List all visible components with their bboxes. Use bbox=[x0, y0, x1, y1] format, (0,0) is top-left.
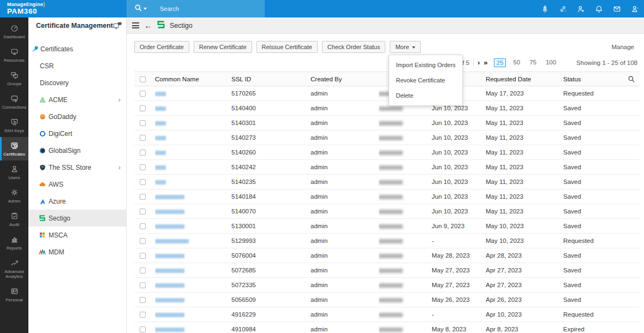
column-header-status[interactable]: Status bbox=[563, 72, 624, 86]
common-name-link-masked[interactable] bbox=[155, 313, 184, 317]
sub-sidebar-item-mdm[interactable]: MDM bbox=[28, 243, 126, 260]
row-checkbox[interactable] bbox=[140, 297, 146, 303]
menu-item-import-existing-orders[interactable]: Import Existing Orders bbox=[389, 57, 462, 73]
common-name-link-masked[interactable] bbox=[155, 195, 184, 199]
row-checkbox[interactable] bbox=[140, 312, 146, 318]
sidebar-item-reports[interactable]: Reports bbox=[0, 231, 28, 254]
row-checkbox[interactable] bbox=[140, 120, 146, 126]
sub-sidebar-item-aws[interactable]: AWS bbox=[28, 176, 126, 193]
column-header-common-name[interactable]: Common Name bbox=[155, 72, 231, 86]
common-name-link-masked[interactable] bbox=[155, 136, 166, 140]
sub-sidebar-item-godaddy[interactable]: GoDaddy bbox=[28, 108, 126, 125]
sidebar-item-certificates[interactable]: Certificates bbox=[0, 137, 28, 160]
sidebar-item-users[interactable]: Users bbox=[0, 160, 28, 184]
ordered-by-masked bbox=[379, 283, 403, 288]
common-name-link-masked[interactable] bbox=[155, 224, 184, 229]
user-dark-icon bbox=[10, 165, 19, 173]
page-size-100[interactable]: 100 bbox=[544, 58, 558, 67]
page-size-75[interactable]: 75 bbox=[527, 58, 539, 67]
row-checkbox[interactable] bbox=[140, 179, 146, 185]
sidebar-item-resources[interactable]: Resources bbox=[0, 43, 28, 67]
row-checkbox[interactable] bbox=[140, 194, 146, 200]
status-cell: Saved bbox=[563, 278, 624, 293]
mail-icon[interactable] bbox=[608, 0, 626, 17]
row-checkbox[interactable] bbox=[140, 164, 146, 170]
renew-certificate-button[interactable]: Renew Certificate bbox=[194, 41, 252, 53]
row-checkbox[interactable] bbox=[140, 209, 146, 215]
sidebar-item-admin[interactable]: Admin bbox=[0, 184, 28, 207]
menu-item-delete[interactable]: Delete bbox=[389, 88, 462, 103]
page-size-25[interactable]: 25 bbox=[494, 58, 506, 67]
row-checkbox[interactable] bbox=[140, 253, 146, 259]
sub-sidebar-item-azure[interactable]: Azure bbox=[28, 193, 126, 210]
common-name-link-masked[interactable] bbox=[155, 210, 184, 214]
sub-sidebar-item-discovery[interactable]: Discovery bbox=[28, 74, 126, 91]
common-name-link-masked[interactable] bbox=[155, 106, 166, 111]
sidebar-item-dashboard[interactable]: Dashboard bbox=[0, 20, 28, 43]
common-name-link-masked[interactable] bbox=[155, 151, 166, 155]
sub-sidebar-item-digicert[interactable]: DigiCert bbox=[28, 125, 126, 142]
sub-sidebar-item-sectigo[interactable]: Sectigo bbox=[28, 210, 126, 227]
row-checkbox[interactable] bbox=[140, 91, 146, 97]
more-button[interactable]: More bbox=[390, 41, 420, 53]
sidebar-item-connections[interactable]: Connections bbox=[0, 90, 28, 114]
common-name-link-masked[interactable] bbox=[155, 92, 166, 96]
common-name-link-masked[interactable] bbox=[155, 165, 166, 170]
sidebar-item-advanced-analytics[interactable]: Advanced Analytics bbox=[0, 254, 28, 283]
common-name-link-masked[interactable] bbox=[155, 254, 184, 258]
common-name-link-masked[interactable] bbox=[155, 239, 189, 243]
sub-sidebar-item-certificates[interactable]: Certificates bbox=[28, 40, 126, 57]
row-checkbox[interactable] bbox=[140, 135, 146, 141]
common-name-link-masked[interactable] bbox=[155, 180, 166, 185]
sidebar-item-personal[interactable]: Personal bbox=[0, 283, 28, 306]
column-header-ssl-id[interactable]: SSL ID bbox=[231, 72, 311, 86]
bell-icon[interactable] bbox=[590, 0, 608, 17]
select-all-checkbox[interactable] bbox=[140, 76, 146, 82]
sidebar-item-ssh-keys[interactable]: SSH Keys bbox=[0, 114, 28, 137]
next-page-icon[interactable]: › bbox=[478, 59, 480, 66]
row-checkbox[interactable] bbox=[140, 238, 146, 244]
sub-sidebar-item-label: Sectigo bbox=[49, 215, 70, 222]
check-order-status-button[interactable]: Check Order Status bbox=[322, 41, 386, 53]
row-checkbox[interactable] bbox=[140, 267, 146, 273]
user-star-icon[interactable] bbox=[572, 0, 590, 17]
sub-sidebar-item-acme[interactable]: ACME› bbox=[28, 91, 126, 108]
common-name-link-masked[interactable] bbox=[155, 283, 184, 288]
console-panel-icon[interactable] bbox=[113, 22, 122, 29]
sub-sidebar-item-msca[interactable]: MSCA bbox=[28, 227, 126, 243]
page-size-50[interactable]: 50 bbox=[511, 58, 522, 67]
search-scope-caret-icon[interactable] bbox=[144, 8, 147, 10]
common-name-link-masked[interactable] bbox=[155, 269, 184, 273]
order-certificate-button[interactable]: Order Certificate bbox=[134, 41, 189, 53]
last-page-icon[interactable]: » bbox=[484, 59, 487, 66]
row-checkbox[interactable] bbox=[140, 282, 146, 288]
column-header-created-by[interactable]: Created By bbox=[311, 72, 379, 86]
link-icon[interactable] bbox=[554, 0, 572, 17]
common-name-link-masked[interactable] bbox=[155, 298, 184, 302]
column-header-requested-date[interactable]: Requested Date bbox=[486, 72, 563, 86]
sub-sidebar-item-globalsign[interactable]: GlobalSign bbox=[28, 142, 126, 159]
sub-sidebar-item-label: AWS bbox=[49, 181, 63, 188]
table-search-icon[interactable] bbox=[628, 75, 635, 82]
sub-sidebar-item-csr[interactable]: CSR bbox=[28, 57, 126, 74]
row-checkbox[interactable] bbox=[140, 326, 146, 332]
global-search-input[interactable]: Search bbox=[127, 0, 265, 17]
sidebar-item-audit[interactable]: Audit bbox=[0, 207, 28, 231]
manage-link[interactable]: Manage bbox=[611, 44, 634, 50]
rocket-icon[interactable] bbox=[536, 0, 554, 17]
topbar-icons bbox=[536, 0, 644, 17]
sub-sidebar-item-the-ssl-store[interactable]: The SSL Store› bbox=[28, 159, 126, 176]
expiry-cell: May 28, 2023 bbox=[432, 248, 486, 263]
user-icon[interactable] bbox=[626, 0, 644, 17]
reissue-certificate-button[interactable]: Reissue Certificate bbox=[257, 41, 318, 53]
common-name-link-masked[interactable] bbox=[155, 121, 166, 126]
menu-item-revoke-certificate[interactable]: Revoke Certificate bbox=[389, 73, 462, 88]
back-arrow-icon[interactable]: ← bbox=[144, 21, 152, 29]
sidebar-item-groups[interactable]: Groups bbox=[0, 67, 28, 90]
sidebar-item-label: Certificates bbox=[3, 152, 25, 157]
row-checkbox[interactable] bbox=[140, 105, 146, 111]
row-checkbox[interactable] bbox=[140, 150, 146, 156]
hamburger-menu-icon[interactable] bbox=[132, 22, 139, 28]
row-checkbox[interactable] bbox=[140, 223, 146, 229]
common-name-link-masked[interactable] bbox=[155, 328, 184, 332]
